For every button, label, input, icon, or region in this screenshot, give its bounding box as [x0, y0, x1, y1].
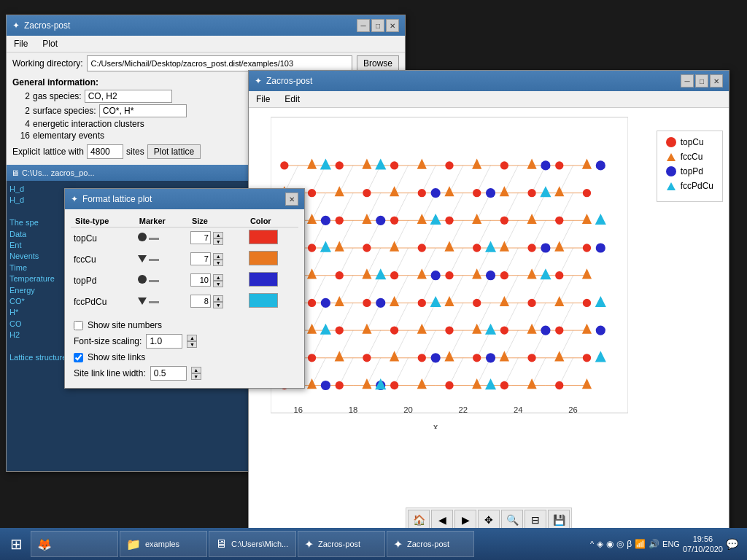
row-topcu: topCu ▲ ▼: [71, 228, 298, 249]
font-size-spinner-up[interactable]: ▲: [187, 335, 197, 341]
start-button[interactable]: ⊞: [3, 531, 29, 557]
size-input-fcccu[interactable]: [190, 252, 211, 265]
svg-point-208: [527, 244, 535, 252]
plot-close-button[interactable]: ✕: [710, 74, 723, 88]
font-size-spinner-down[interactable]: ▼: [187, 341, 197, 348]
svg-point-199: [336, 271, 344, 279]
svg-point-188: [390, 326, 398, 334]
spinner-up-fcccu[interactable]: ▲: [213, 253, 223, 260]
plot-window-title: Zacros-post: [266, 76, 312, 86]
spinner-down-topcu[interactable]: ▼: [213, 238, 223, 245]
format-dialog-icon: ✦: [71, 194, 78, 204]
toolbar-pan-button[interactable]: ✥: [478, 510, 500, 530]
legend-marker-toppd: [666, 166, 676, 176]
plot-window-titlebar: ✦ Zacros-post ─ □ ✕: [249, 71, 729, 91]
lattice-sites-input[interactable]: [87, 144, 123, 159]
taskbar-item-explorer[interactable]: 📁 examples: [120, 531, 207, 557]
svg-point-204: [308, 244, 316, 252]
legend-marker-fcccu: [666, 152, 676, 162]
svg-point-215: [555, 217, 563, 225]
browse-button[interactable]: Browse: [357, 55, 399, 71]
marker-dash-fccpdcu: [149, 301, 159, 303]
spinner-down-fccpdcu[interactable]: ▼: [213, 302, 223, 308]
color-fcccu: [246, 249, 298, 270]
svg-point-286: [431, 271, 441, 280]
plot-minimize-button[interactable]: ─: [681, 74, 694, 88]
menu-file[interactable]: File: [9, 37, 32, 50]
volume-icon: 🔊: [649, 539, 659, 549]
svg-point-176: [390, 381, 398, 389]
plot-menu-file[interactable]: File: [252, 93, 274, 106]
notification-icon[interactable]: 💬: [726, 538, 738, 550]
svg-point-202: [500, 271, 508, 279]
toolbar-zoom-button[interactable]: 🔍: [501, 510, 523, 530]
site-link-spinner-down[interactable]: ▼: [191, 373, 201, 380]
plot-maximize-button[interactable]: □: [695, 74, 708, 88]
terminal-icon: 🖥: [11, 168, 19, 177]
legend-marker-fccpdcu: [666, 181, 676, 191]
format-dialog-titlebar: ✦ Format lattice plot ✕: [65, 189, 304, 209]
color-swatch-fccpdcu[interactable]: [249, 293, 278, 308]
spinner-up-topcu[interactable]: ▲: [213, 232, 223, 238]
taskbar-zacros2-label: Zacros-post: [407, 540, 449, 548]
color-swatch-topcu[interactable]: [249, 230, 278, 244]
system-clock: 19:56 07/10/2020: [683, 534, 723, 555]
menu-plot[interactable]: Plot: [38, 37, 62, 50]
legend-label-fcccu: fccCu: [681, 152, 703, 162]
format-dialog-close[interactable]: ✕: [285, 192, 298, 206]
svg-point-189: [445, 326, 453, 334]
svg-point-205: [363, 244, 371, 252]
col-size: Size: [187, 215, 246, 228]
font-size-scaling-input[interactable]: [146, 334, 182, 349]
dropbox-icon: ◈: [597, 539, 603, 549]
spinner-down-fcccu[interactable]: ▼: [213, 260, 223, 266]
svg-point-290: [541, 160, 550, 170]
toolbar-save-button[interactable]: 💾: [548, 510, 570, 530]
svg-point-222: [280, 161, 288, 169]
working-dir-input[interactable]: [87, 55, 352, 71]
color-swatch-fcccu[interactable]: [249, 251, 278, 265]
tray-expand-icon[interactable]: ^: [590, 540, 594, 548]
size-input-fccpdcu[interactable]: [190, 295, 211, 308]
size-input-toppd[interactable]: [190, 273, 211, 287]
toolbar-forward-button[interactable]: ▶: [454, 510, 476, 530]
sitetype-fcccu: fccCu: [71, 249, 135, 270]
taskbar-terminal-label: C:\Users\Mich...: [231, 540, 288, 548]
spinner-down-toppd[interactable]: ▼: [213, 281, 223, 287]
minimize-button[interactable]: ─: [357, 19, 370, 32]
toolbar-home-button[interactable]: 🏠: [408, 510, 430, 530]
legend-item-fcccu: fccCu: [666, 152, 713, 162]
marker-circle-toppd: [138, 275, 147, 284]
spinner-up-fccpdcu[interactable]: ▲: [213, 295, 223, 302]
svg-point-200: [390, 271, 398, 279]
plot-menu-edit[interactable]: Edit: [280, 93, 304, 106]
svg-point-220: [527, 189, 535, 197]
site-link-spinner-up[interactable]: ▲: [191, 367, 201, 373]
clock-time: 19:56: [683, 534, 723, 544]
taskbar-item-firefox[interactable]: 🦊: [31, 531, 118, 557]
toolbar-settings-button[interactable]: ⊟: [525, 510, 546, 530]
svg-point-295: [486, 271, 495, 280]
plot-legend: topCu fccCu topPd fccPdCu: [657, 131, 723, 202]
font-size-scaling-label: Font-size scaling:: [74, 336, 142, 346]
size-input-topcu[interactable]: [190, 231, 211, 244]
show-site-numbers-checkbox[interactable]: [74, 321, 83, 330]
taskbar-item-terminal[interactable]: 🖥 C:\Users\Mich...: [209, 531, 296, 557]
svg-text:16: 16: [293, 405, 303, 414]
taskbar-item-zacros2[interactable]: ✦ Zacros-post: [387, 531, 474, 557]
taskbar-item-zacros1[interactable]: ✦ Zacros-post: [298, 531, 385, 557]
legend-label-toppd: topPd: [681, 166, 703, 176]
main-window-title: Zacros-post: [24, 20, 70, 31]
svg-point-297: [376, 216, 385, 225]
col-sitetype: Site-type: [71, 215, 135, 228]
site-link-width-input[interactable]: [150, 366, 187, 381]
show-site-numbers-label: Show site numbers: [88, 320, 162, 330]
spinner-up-toppd[interactable]: ▲: [213, 274, 223, 281]
toolbar-back-button[interactable]: ◀: [431, 510, 453, 530]
close-button[interactable]: ✕: [386, 19, 399, 32]
show-site-links-checkbox[interactable]: [74, 353, 83, 362]
taskbar-explorer-label: examples: [145, 540, 179, 548]
plot-lattice-button[interactable]: Plot lattice: [147, 144, 201, 159]
color-swatch-toppd[interactable]: [249, 272, 278, 287]
maximize-button[interactable]: □: [371, 19, 384, 32]
